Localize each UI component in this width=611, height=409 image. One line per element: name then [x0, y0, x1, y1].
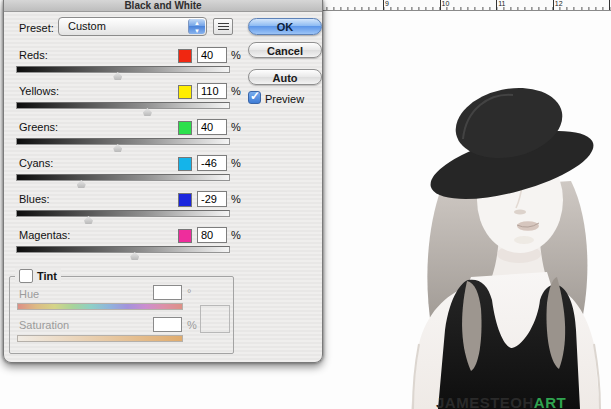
channel-swatch-magentas [178, 229, 192, 243]
ruler-major-tick [609, 0, 610, 10]
hue-label: Hue [19, 288, 39, 300]
channel-unit-reds: % [231, 49, 241, 61]
channel-slider-thumb-blues[interactable] [84, 216, 93, 224]
saturation-label: Saturation [19, 319, 69, 331]
horizontal-ruler: 910111213 [322, 0, 611, 11]
channel-row-greens: Greens:% [4, 119, 324, 155]
channel-input-magentas[interactable] [197, 227, 227, 243]
ruler-number: 11 [498, 0, 505, 8]
channel-input-reds[interactable] [197, 47, 227, 63]
ruler-number: 12 [555, 0, 563, 8]
saturation-input[interactable] [153, 317, 182, 332]
saturation-unit: % [187, 319, 197, 331]
dialog-title[interactable]: Black and White [4, 0, 322, 12]
ruler-number: 9 [385, 0, 389, 8]
channel-slider-thumb-greens[interactable] [113, 144, 122, 152]
ruler-number: 10 [442, 0, 450, 8]
channel-slider-track-magentas[interactable] [16, 246, 230, 253]
black-and-white-dialog: Black and White Preset: Custom ▲▼ OK Can… [3, 0, 323, 363]
ruler-major-tick [440, 0, 441, 10]
channel-label-magentas: Magentas: [19, 229, 70, 241]
channel-slider-track-blues[interactable] [16, 210, 230, 217]
channel-input-greens[interactable] [197, 119, 227, 135]
preset-dropdown[interactable]: Custom ▲▼ [58, 17, 207, 36]
watermark-suffix: ART [534, 394, 566, 409]
channel-swatch-cyans [178, 157, 192, 171]
channel-label-greens: Greens: [19, 121, 58, 133]
channel-swatch-blues [178, 193, 192, 207]
hue-input[interactable] [153, 285, 182, 300]
channel-slider-thumb-reds[interactable] [113, 72, 122, 80]
channel-row-yellows: Yellows:% [4, 83, 324, 119]
channel-slider-track-reds[interactable] [16, 66, 230, 73]
hue-gradient-bar[interactable] [17, 303, 183, 310]
channel-slider-thumb-yellows[interactable] [143, 108, 152, 116]
photoshop-canvas: 910111213 [0, 0, 611, 409]
channel-row-cyans: Cyans:% [4, 155, 324, 191]
tint-label: Tint [37, 270, 57, 282]
channel-unit-yellows: % [231, 85, 241, 97]
dropdown-stepper-icon: ▲▼ [188, 19, 205, 34]
watermark-name: JAMESTEOH [436, 394, 534, 409]
preset-options-button[interactable] [213, 18, 233, 35]
channel-row-blues: Blues:% [4, 191, 324, 227]
ruler-major-tick [553, 0, 554, 10]
portrait-photo [371, 69, 611, 409]
channel-label-yellows: Yellows: [19, 85, 59, 97]
preset-list-icon [218, 23, 229, 31]
channel-swatch-reds [178, 49, 192, 63]
channel-row-reds: Reds:% [4, 47, 324, 83]
preset-label: Preset: [19, 22, 54, 34]
preset-value: Custom [68, 20, 106, 32]
channel-slider-track-cyans[interactable] [16, 174, 230, 181]
channel-swatch-greens [178, 121, 192, 135]
hue-unit: ° [187, 287, 191, 299]
watermark-text: JAMESTEOHART [436, 394, 566, 409]
ok-button[interactable]: OK [248, 18, 322, 35]
channel-row-magentas: Magentas:% [4, 227, 324, 263]
channel-input-yellows[interactable] [197, 83, 227, 99]
channel-label-reds: Reds: [19, 49, 48, 61]
channel-unit-greens: % [231, 121, 241, 133]
channel-unit-magentas: % [231, 229, 241, 241]
tint-color-swatch [200, 305, 230, 333]
channel-input-blues[interactable] [197, 191, 227, 207]
channel-unit-blues: % [231, 193, 241, 205]
channel-unit-cyans: % [231, 157, 241, 169]
tint-legend: Tint [15, 268, 61, 283]
saturation-gradient-bar[interactable] [17, 335, 183, 342]
channel-slider-track-yellows[interactable] [16, 102, 230, 109]
ruler-major-tick [496, 0, 497, 10]
channel-label-blues: Blues: [19, 193, 50, 205]
channel-slider-thumb-magentas[interactable] [130, 252, 139, 260]
tint-checkbox[interactable] [19, 269, 33, 283]
channel-slider-track-greens[interactable] [16, 138, 230, 145]
channel-swatch-yellows [178, 85, 192, 99]
channel-slider-thumb-cyans[interactable] [77, 180, 86, 188]
channel-input-cyans[interactable] [197, 155, 227, 171]
channel-label-cyans: Cyans: [19, 157, 53, 169]
ruler-major-tick [383, 0, 384, 10]
